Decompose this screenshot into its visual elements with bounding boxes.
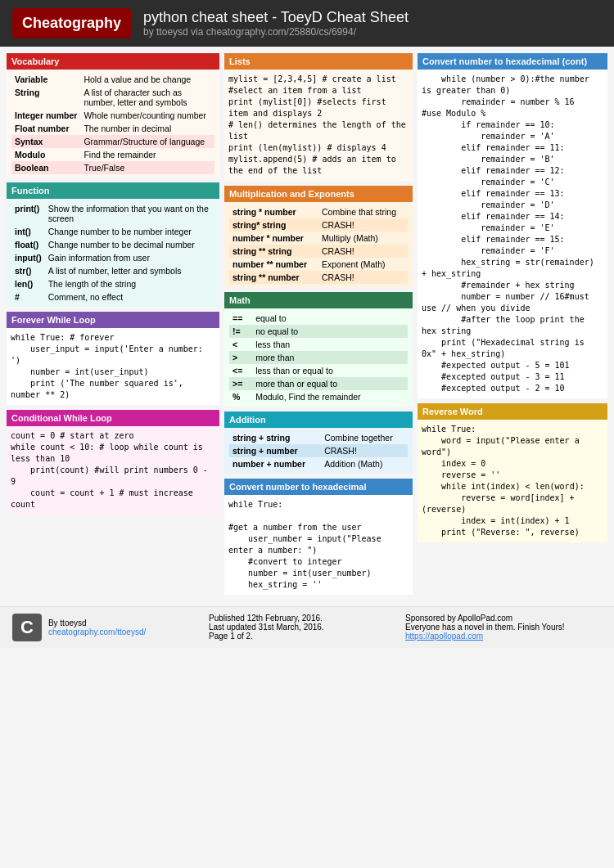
list-item: StringA list of character such as number… xyxy=(11,86,214,109)
list-item: float()Change number to be decimal numbe… xyxy=(11,238,214,251)
math-body: ==equal to !=no equal to <less than >mor… xyxy=(224,308,413,407)
footer-sponsor: Sponsored by ApolloPad.com xyxy=(405,614,602,623)
list-item: number ** numberExponent (Math) xyxy=(229,258,408,271)
list-item: string + numberCRASH! xyxy=(229,444,408,457)
conditional-while-title: Conditional While Loop xyxy=(7,410,219,426)
addition-table: string + stringCombine together string +… xyxy=(229,431,408,470)
footer-author: By ttoeysd xyxy=(48,618,146,627)
footer-sponsor-link[interactable]: https://apollopad.com xyxy=(405,632,483,641)
multiplication-table: string * numberCombine that string strin… xyxy=(229,205,408,284)
list-item: <=less than or equal to xyxy=(229,364,408,377)
addition-section: Addition string + stringCombine together… xyxy=(224,412,413,474)
conditional-while-section: Conditional While Loop count = 0 # start… xyxy=(7,410,219,515)
footer-center: Published 12th February, 2016. Last upda… xyxy=(209,614,405,641)
footer: C By ttoeysd cheatography.com/ttoeysd/ P… xyxy=(0,606,614,648)
vocabulary-title: Vocabulary xyxy=(7,53,219,70)
list-item: ModuloFind the remainder xyxy=(11,148,214,161)
footer-sponsor-desc: Everyone has a novel in them. Finish You… xyxy=(405,623,602,632)
function-title: Function xyxy=(7,182,219,199)
forever-while-code: while True: # forever user_input = input… xyxy=(7,328,219,405)
list-item: %Modulo, Find the remainder xyxy=(229,390,408,403)
list-item: >=more than or equal to xyxy=(229,377,408,390)
list-item: string ** stringCRASH! xyxy=(229,245,408,258)
footer-logo-box: C xyxy=(12,614,42,641)
list-item: Float numberThe number in decimal xyxy=(11,122,214,135)
vocabulary-table: VariableHold a value and be change Strin… xyxy=(11,73,214,174)
footer-logo-text: By ttoeysd cheatography.com/ttoeysd/ xyxy=(48,618,146,636)
list-item: string + stringCombine together xyxy=(229,431,408,444)
list-item: Integer numberWhole number/counting numb… xyxy=(11,109,214,122)
footer-right: Sponsored by ApolloPad.com Everyone has … xyxy=(405,614,602,641)
footer-updated: Last updated 31st March, 2016. xyxy=(209,623,405,632)
multiplication-body: string * numberCombine that string strin… xyxy=(224,202,413,287)
vocabulary-body: VariableHold a value and be change Strin… xyxy=(7,70,219,178)
footer-logo: C By ttoeysd cheatography.com/ttoeysd/ xyxy=(12,614,209,641)
byline: by ttoeysd via cheatography.com/25880/cs… xyxy=(143,26,409,38)
lists-section: Lists mylist = [2,3,4,5] # create a list… xyxy=(224,53,413,181)
list-item: str()A list of number, letter and symbol… xyxy=(11,264,214,277)
list-item: int()Change number to be number integer xyxy=(11,225,214,238)
list-item: >more than xyxy=(229,351,408,364)
page-title: python cheat sheet - ToeyD Cheat Sheet xyxy=(143,9,409,26)
list-item: !=no equal to xyxy=(229,325,408,338)
math-section: Math ==equal to !=no equal to <less than… xyxy=(224,292,413,407)
logo: Cheatography xyxy=(12,8,131,38)
convert-hex-cont-section: Convert number to hexadecimal (cont) whi… xyxy=(418,53,607,398)
conditional-while-code: count = 0 # start at zero while count < … xyxy=(7,426,219,515)
header: Cheatography python cheat sheet - ToeyD … xyxy=(0,0,614,47)
convert-hex-cont-title: Convert number to hexadecimal (cont) xyxy=(418,53,607,70)
convert-hex-code: while True: #get a number from the user … xyxy=(224,495,413,595)
list-item: number + numberAddition (Math) xyxy=(229,457,408,470)
footer-page: Page 1 of 2. xyxy=(209,632,405,641)
function-body: print()Show the information that you wan… xyxy=(7,199,219,307)
list-item: VariableHold a value and be change xyxy=(11,73,214,86)
list-item: input()Gain information from user xyxy=(11,251,214,264)
multiplication-title: Multiplication and Exponents xyxy=(224,186,413,202)
footer-published: Published 12th February, 2016. xyxy=(209,614,405,623)
lists-code: mylist = [2,3,4,5] # create a list #sele… xyxy=(224,70,413,181)
reverse-word-section: Reverse Word while True: word = input("P… xyxy=(418,403,607,542)
list-item: <less than xyxy=(229,338,408,351)
list-item: SyntaxGrammar/Structure of language xyxy=(11,135,214,148)
convert-hex-cont-code: while (number > 0):#the number is greate… xyxy=(418,70,607,398)
reverse-word-title: Reverse Word xyxy=(418,403,607,420)
list-item: print()Show the information that you wan… xyxy=(11,202,214,225)
forever-while-section: Forever While Loop while True: # forever… xyxy=(7,312,219,405)
convert-hex-title: Convert number to hexadecimal xyxy=(224,479,413,495)
list-item: string * numberCombine that string xyxy=(229,205,408,218)
list-item: len()The length of the string xyxy=(11,277,214,290)
reverse-word-code: while True: word = input("Please enter a… xyxy=(418,420,607,542)
function-table: print()Show the information that you wan… xyxy=(11,202,214,304)
convert-hex-section: Convert number to hexadecimal while True… xyxy=(224,479,413,595)
list-item: string* stringCRASH! xyxy=(229,218,408,232)
function-section: Function print()Show the information tha… xyxy=(7,182,219,307)
vocabulary-section: Vocabulary VariableHold a value and be c… xyxy=(7,53,219,178)
list-item: number * numberMultiply (Math) xyxy=(229,232,408,245)
multiplication-section: Multiplication and Exponents string * nu… xyxy=(224,186,413,287)
math-table: ==equal to !=no equal to <less than >mor… xyxy=(229,312,408,403)
list-item: BooleanTrue/False xyxy=(11,161,214,174)
lists-title: Lists xyxy=(224,53,413,70)
addition-body: string + stringCombine together string +… xyxy=(224,428,413,474)
list-item: string ** numberCRASH! xyxy=(229,271,408,284)
forever-while-title: Forever While Loop xyxy=(7,312,219,328)
list-item: #Comment, no effect xyxy=(11,290,214,304)
math-title: Math xyxy=(224,292,413,308)
footer-author-link[interactable]: cheatography.com/ttoeysd/ xyxy=(48,627,146,636)
list-item: ==equal to xyxy=(229,312,408,325)
addition-title: Addition xyxy=(224,412,413,428)
